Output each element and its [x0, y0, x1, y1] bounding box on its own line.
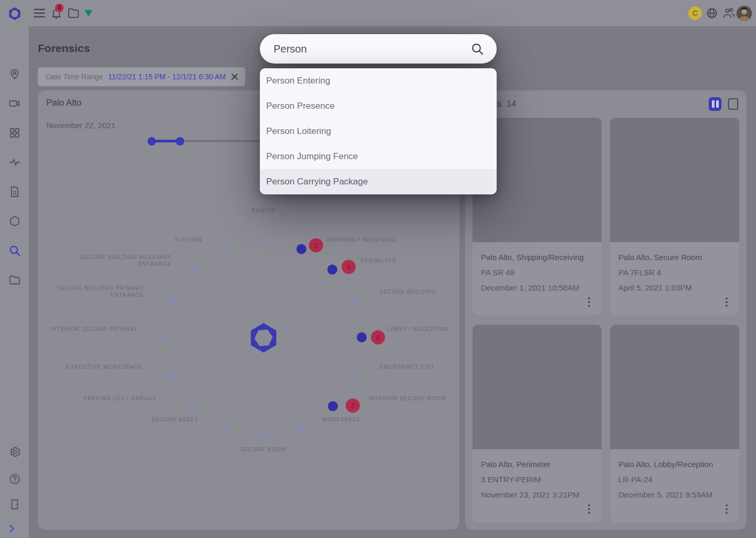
clip-thumbnail[interactable] — [610, 325, 739, 449]
result-card[interactable]: Palo Alto, Perimeter3 ENTRY-PERIMNovembe… — [472, 325, 602, 522]
card-menu-button[interactable] — [586, 295, 592, 309]
date-range-chip[interactable]: Date Time Range 11/22/21 1:15 PM - 12/1/… — [38, 67, 245, 86]
map-dot-blue[interactable] — [328, 401, 338, 411]
sidebar-item-forensics-search[interactable] — [8, 244, 21, 257]
map-dot-blue[interactable] — [357, 333, 367, 343]
map-zone-label: INTERIOR SECURE PATHWAY — [50, 326, 138, 333]
globe-icon[interactable] — [706, 7, 718, 19]
map-dot-gray[interactable] — [167, 297, 176, 306]
map-dot-red[interactable]: 2 — [346, 399, 360, 413]
folder-top-icon[interactable] — [68, 8, 79, 18]
user-avatar[interactable] — [737, 6, 752, 21]
suggestion-item[interactable]: Person Jumping Fence — [260, 144, 497, 169]
map-dot-red[interactable]: 4 — [342, 260, 356, 274]
card-camera: PA 7FLSR 4 — [618, 268, 731, 277]
map-zone-label: EMERGENCY EXIT — [380, 364, 435, 370]
suggestion-item[interactable]: Person Loitering — [260, 119, 497, 144]
side-nav — [0, 26, 29, 538]
map-dot-gray[interactable] — [222, 245, 230, 254]
map-dot-blue[interactable] — [297, 244, 307, 254]
card-camera: 3 ENTRY-PERIM — [481, 475, 593, 484]
card-body: Palo Alto, Secure RoomPA 7FLSR 4April 5,… — [610, 242, 739, 292]
sidebar-item-activity[interactable] — [8, 156, 21, 169]
org-avatar[interactable]: C — [688, 6, 702, 20]
map-dot-red[interactable]: 2 — [309, 239, 323, 253]
card-body: Palo Alto, Perimeter3 ENTRY-PERIMNovembe… — [472, 449, 602, 499]
card-camera: LR-PA-24 — [618, 475, 731, 484]
settings-icon[interactable] — [8, 446, 21, 458]
expand-nav-chevron-icon[interactable] — [6, 523, 17, 534]
dot-count: 2 — [351, 402, 354, 410]
card-menu-button[interactable] — [586, 502, 592, 516]
chip-value: 11/22/21 1:15 PM - 12/1/21 6:30 AM — [108, 73, 226, 81]
single-view-toggle-icon[interactable] — [728, 98, 738, 110]
clip-thumbnail[interactable] — [610, 118, 739, 242]
results-count: 14 — [507, 99, 516, 109]
map-dot-gray[interactable] — [297, 423, 306, 432]
map-zone-label: KITCHEN — [175, 236, 202, 243]
map-dot-gray[interactable] — [221, 423, 230, 432]
search-icon[interactable] — [470, 42, 484, 56]
search-input[interactable] — [274, 34, 452, 64]
map-dot-gray[interactable] — [259, 236, 268, 245]
sidebar-item-sites[interactable] — [8, 68, 21, 80]
sidebar-item-files[interactable] — [8, 274, 21, 286]
result-card[interactable]: Palo Alto, Lobby/ReceptionLR-PA-24Decemb… — [610, 325, 739, 522]
map-zone-label: LOBBY / RECEPTION — [387, 326, 449, 333]
map-zone-label: PERIMETER — [361, 257, 396, 264]
suggestion-item[interactable]: Person Entering — [260, 68, 497, 94]
card-menu-button[interactable] — [723, 502, 730, 516]
map-dot-gray[interactable] — [259, 430, 268, 439]
page-title: Forensics — [38, 42, 90, 55]
map-dot-gray[interactable] — [160, 333, 169, 342]
chip-close-icon[interactable] — [231, 73, 238, 80]
results-panel: Results 14 Palo Alto, Shipping/Receiving… — [465, 90, 747, 530]
notifications-button[interactable]: 4 — [50, 7, 63, 20]
users-icon[interactable] — [722, 7, 735, 19]
card-location: Palo Alto, Perimeter — [481, 460, 593, 469]
map-zone-label: SHIPPING / RECEIVING — [327, 236, 396, 243]
door-exit-icon[interactable] — [8, 498, 21, 511]
card-menu-button[interactable] — [723, 295, 730, 309]
dot-count: 6 — [376, 334, 380, 342]
card-location: Palo Alto, Secure Room — [618, 253, 731, 262]
sidebar-item-hexagon[interactable] — [8, 215, 21, 227]
map-zone-label: REGION — [251, 207, 276, 214]
map-dot-gray[interactable] — [349, 297, 358, 306]
search-bar[interactable] — [260, 34, 497, 64]
map-zone-label: PARKING LOT / GARAGE — [84, 395, 157, 402]
top-bar: 4 C — [0, 0, 756, 26]
map-dot-gray[interactable] — [167, 370, 176, 379]
clip-thumbnail[interactable] — [472, 325, 602, 449]
card-datetime: December 1, 2021 10:58AM — [481, 283, 593, 292]
app-logo-icon[interactable] — [8, 7, 21, 20]
card-camera: PA SR 48 — [481, 268, 593, 277]
suggestion-item[interactable]: Person Presence — [260, 94, 497, 119]
suggestion-item[interactable]: Person Carrying Package — [260, 169, 497, 194]
avatar-photo — [737, 6, 752, 21]
help-icon[interactable] — [8, 473, 21, 485]
search-suggestions: Person EnteringPerson PresencePerson Loi… — [260, 68, 497, 194]
dot-count: 2 — [314, 242, 318, 250]
map-dot-gray[interactable] — [190, 265, 198, 274]
result-card[interactable]: Palo Alto, Secure RoomPA 7FLSR 4April 5,… — [610, 118, 739, 315]
hamburger-menu-icon[interactable] — [34, 8, 45, 18]
map-dot-gray[interactable] — [349, 370, 358, 379]
sidebar-item-dashboard[interactable] — [8, 127, 21, 139]
card-datetime: April 5, 2021 1:03PM — [618, 283, 731, 292]
map-dot-gray[interactable] — [188, 402, 197, 411]
sidebar-item-reports[interactable] — [8, 185, 21, 198]
map-dot-blue[interactable] — [328, 265, 338, 275]
card-datetime: November 23, 2021 3:21PM — [481, 490, 593, 499]
card-location: Palo Alto, Lobby/Reception — [618, 460, 731, 469]
results-grid: Palo Alto, Shipping/ReceivingPA SR 48Dec… — [472, 118, 739, 522]
map-zone-label: SECURE BUILDING — [380, 288, 436, 295]
sidebar-item-cameras[interactable] — [8, 97, 21, 110]
chip-label: Date Time Range — [46, 73, 103, 81]
grid-view-toggle-icon[interactable] — [709, 97, 721, 111]
dot-count: 4 — [346, 263, 350, 271]
map-zone-label: SECURE BUILDING AUXILIARY ENTRANCE — [81, 254, 172, 267]
status-indicator-icon — [85, 9, 92, 16]
map-zone-label: WORKSPACE — [322, 416, 361, 423]
map-dot-red[interactable]: 6 — [371, 330, 385, 345]
